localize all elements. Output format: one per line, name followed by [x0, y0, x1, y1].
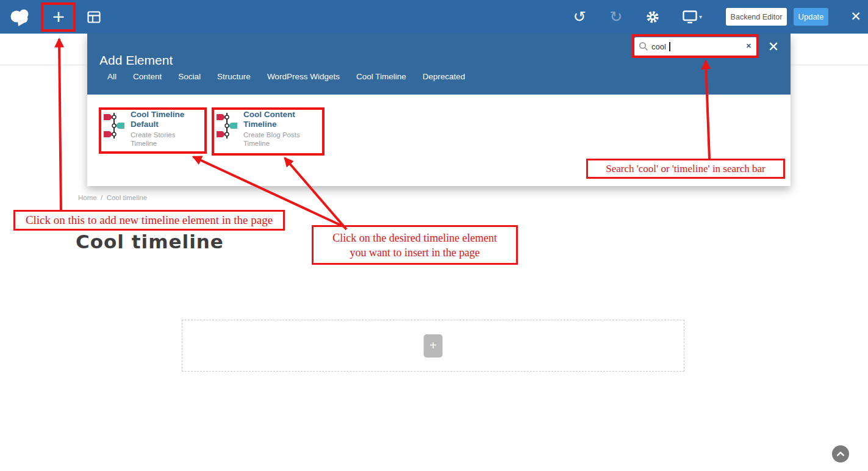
chevron-up-icon — [835, 450, 846, 458]
close-icon: ✕ — [850, 9, 861, 24]
plus-icon: + — [52, 5, 65, 29]
element-title: Cool Content Timeline — [243, 110, 317, 129]
redo-icon: ↻ — [610, 9, 623, 24]
undo-icon: ↺ — [573, 9, 586, 24]
element-search-box: ✕ — [634, 37, 757, 56]
clear-search-icon[interactable]: ✕ — [746, 42, 751, 50]
tab-content[interactable]: Content — [133, 72, 162, 81]
add-element-dialog-header: Add Element ✕ ✕ All Content Social Struc… — [87, 34, 791, 95]
element-category-tabs: All Content Social Structure WordPress W… — [107, 72, 465, 81]
annotation-note-add-element: Click on this to add new timeline elemen… — [13, 210, 285, 231]
tab-social[interactable]: Social — [178, 72, 201, 81]
gear-icon — [646, 10, 659, 24]
timeline-element-icon — [216, 111, 238, 143]
monitor-icon — [683, 10, 698, 24]
responsive-preview-button[interactable] — [682, 10, 698, 24]
annotation-note-choose-element: Click on the desired timeline element yo… — [312, 225, 518, 265]
annotation-text: you want to insert in the page — [350, 245, 480, 260]
element-subtitle: Create Stories Timeline — [131, 131, 203, 148]
breadcrumb: Home / Cool timeline — [78, 194, 147, 201]
update-button[interactable]: Update — [794, 8, 828, 26]
breadcrumb-current: Cool timeline — [107, 194, 147, 201]
chevron-down-icon[interactable]: ▾ — [699, 13, 702, 20]
page-title: Cool timeline — [76, 231, 224, 253]
tab-cool-timeline[interactable]: Cool Timeline — [356, 72, 406, 81]
wpbakery-logo-icon — [9, 6, 30, 28]
close-dialog-button[interactable]: ✕ — [766, 39, 781, 55]
element-card-cool-content-timeline[interactable]: Cool Content Timeline Create Blog Posts … — [216, 110, 323, 148]
add-content-button[interactable]: + — [424, 334, 443, 358]
annotation-text: Click on this to add new timeline elemen… — [26, 214, 273, 227]
annotation-note-search: Search 'cool' or 'timeline' in search ba… — [586, 159, 785, 179]
tab-all[interactable]: All — [107, 72, 117, 81]
timeline-element-icon — [103, 111, 125, 143]
backend-editor-button[interactable]: Backend Editor — [726, 8, 787, 26]
empty-row-placeholder: + — [182, 320, 684, 372]
annotation-text: Search 'cool' or 'timeline' in search ba… — [606, 163, 765, 175]
search-icon — [639, 41, 648, 51]
close-icon: ✕ — [768, 39, 779, 55]
search-input[interactable] — [634, 37, 757, 56]
undo-button[interactable]: ↺ — [571, 8, 588, 25]
text-cursor — [669, 42, 670, 51]
element-subtitle: Create Blog Posts Timeline — [243, 131, 317, 148]
settings-button[interactable] — [645, 10, 660, 24]
breadcrumb-separator: / — [101, 194, 102, 201]
dialog-title: Add Element — [99, 53, 173, 68]
add-element-button[interactable]: + — [43, 2, 74, 31]
plus-icon: + — [429, 339, 437, 353]
templates-button[interactable] — [87, 10, 101, 24]
tab-structure[interactable]: Structure — [217, 72, 251, 81]
breadcrumb-home-link[interactable]: Home — [78, 194, 97, 201]
redo-button[interactable]: ↻ — [608, 8, 625, 25]
frontend-editor-toolbar: + ↺ ↻ ▾ Backend Editor Update ✕ — [0, 0, 868, 34]
scroll-to-top-button[interactable] — [832, 445, 849, 462]
tab-deprecated[interactable]: Deprecated — [423, 72, 465, 81]
templates-icon — [87, 11, 101, 23]
tab-wordpress-widgets[interactable]: WordPress Widgets — [267, 72, 340, 81]
exit-editor-button[interactable]: ✕ — [848, 9, 864, 24]
annotation-text: Click on the desired timeline element — [332, 231, 497, 245]
element-title: Cool Timeline Default — [131, 110, 203, 129]
element-card-cool-timeline-default[interactable]: Cool Timeline Default Create Stories Tim… — [103, 110, 203, 148]
